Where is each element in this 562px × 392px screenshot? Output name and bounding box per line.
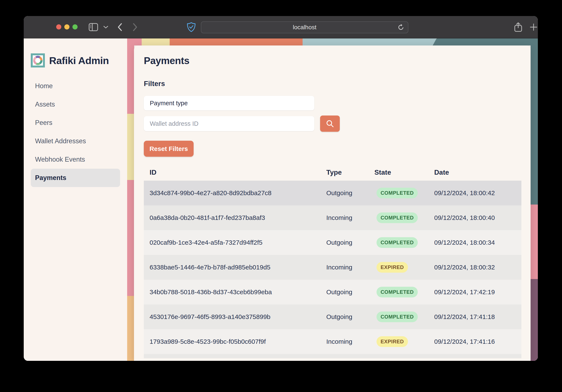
sidebar-item-assets[interactable]: Assets	[31, 95, 120, 113]
cell-date: 09/12/2024, 18:00:34	[434, 239, 521, 246]
status-badge: EXPIRED	[376, 262, 408, 273]
cell-id: 1793a989-5c8e-4523-99bc-f05b0c607f9f	[150, 338, 326, 345]
share-glyph	[514, 22, 522, 32]
table-header-row: ID Type State Date	[144, 164, 521, 181]
payments-table: ID Type State Date 3d34c874-99b0-4e27-a8…	[144, 164, 521, 358]
browser-toolbar: localhost	[24, 16, 538, 38]
cell-state: COMPLETED	[375, 312, 434, 322]
filters-title: Filters	[144, 80, 521, 88]
status-badge: EXPIRED	[376, 336, 408, 347]
cell-type: Incoming	[326, 264, 375, 271]
sidebar-item-label: Assets	[35, 101, 55, 108]
header-date: Date	[434, 168, 521, 176]
sidebar-nav: Home Assets Peers Wallet Addresses Webho…	[24, 77, 127, 187]
cell-state: COMPLETED	[375, 237, 434, 248]
page-title: Payments	[144, 55, 521, 67]
status-badge: COMPLETED	[376, 213, 418, 223]
status-badge: COMPLETED	[376, 287, 418, 297]
wallet-address-input[interactable]	[144, 116, 314, 131]
minimize-window-button[interactable]	[64, 24, 70, 29]
address-bar[interactable]: localhost	[201, 21, 408, 33]
wallet-search-row	[144, 115, 521, 132]
cell-type: Outgoing	[326, 189, 375, 197]
cell-id: 3d34c874-99b0-4e27-a820-8d92bdba27c8	[150, 189, 326, 197]
cell-type: Outgoing	[326, 313, 375, 321]
shield-glyph	[187, 22, 196, 32]
sidebar-item-label: Webhook Events	[35, 156, 85, 163]
reset-filters-button[interactable]: Reset Filters	[144, 141, 194, 157]
cell-id: 34b0b788-5018-436b-8d37-43ceb6b99eba	[150, 289, 326, 296]
cell-type: Incoming	[326, 338, 375, 345]
table-row[interactable]: 0a6a38da-0b20-481f-a1f7-fed237ba8af3 Inc…	[144, 205, 521, 230]
sidebar-item-home[interactable]: Home	[31, 77, 120, 95]
header-type: Type	[326, 168, 375, 176]
table-row[interactable]: 34b0b788-5018-436b-8d37-43ceb6b99eba Out…	[144, 280, 521, 304]
header-id: ID	[150, 168, 326, 176]
table-row[interactable]: 4530176e-9697-46f5-8993-a140e375899b Out…	[144, 304, 521, 329]
back-button[interactable]	[117, 23, 122, 31]
chevron-right-glyph	[132, 23, 138, 31]
cell-type: Incoming	[326, 214, 375, 221]
brand-name: Rafiki Admin	[49, 55, 109, 67]
sidebar-item-payments[interactable]: Payments	[31, 169, 120, 187]
cell-state: COMPLETED	[375, 287, 434, 297]
table-row[interactable]: 020caf9b-1ce3-42e4-a5fa-7327d94ff2f5 Out…	[144, 230, 521, 255]
sidebar: Rafiki Admin Home Assets Peers Wallet Ad…	[24, 38, 127, 361]
table-row[interactable]: 3d34c874-99b0-4e27-a820-8d92bdba27c8 Out…	[144, 181, 521, 205]
forward-button[interactable]	[132, 23, 138, 31]
cell-date: 09/12/2024, 18:00:32	[434, 264, 521, 271]
table-row[interactable]: 6338bae5-1446-4e7b-b78f-ad985eb019d5 Inc…	[144, 255, 521, 280]
cell-state: COMPLETED	[375, 188, 434, 198]
status-badge: COMPLETED	[376, 188, 418, 198]
refresh-icon[interactable]	[397, 24, 405, 31]
table-row[interactable]: 1793a989-5c8e-4523-99bc-f05b0c607f9f Inc…	[144, 329, 521, 354]
sidebar-item-wallet-addresses[interactable]: Wallet Addresses	[31, 132, 120, 150]
chevron-left-glyph	[117, 23, 122, 31]
cell-type: Outgoing	[326, 239, 375, 246]
cell-date: 09/12/2024, 17:41:18	[434, 313, 521, 321]
sidebar-item-label: Wallet Addresses	[35, 137, 86, 145]
new-tab-button[interactable]	[530, 23, 538, 31]
cell-id: 6338bae5-1446-4e7b-b78f-ad985eb019d5	[150, 264, 326, 271]
status-badge: COMPLETED	[376, 237, 418, 248]
sidebar-item-label: Payments	[35, 174, 66, 182]
payments-card: Payments Filters Payment type Reset Filt…	[134, 45, 531, 361]
refresh-glyph	[397, 24, 405, 31]
address-bar-url: localhost	[293, 24, 316, 31]
cell-id: 020caf9b-1ce3-42e4-a5fa-7327d94ff2f5	[150, 239, 326, 246]
chevron-down-glyph	[104, 26, 108, 29]
sidebar-toggle-icon[interactable]	[89, 23, 98, 31]
cell-id: 0a6a38da-0b20-481f-a1f7-fed237ba8af3	[150, 214, 326, 221]
privacy-shield-icon[interactable]	[187, 22, 196, 32]
plus-glyph	[530, 23, 538, 31]
cell-date: 09/12/2024, 17:41:16	[434, 338, 521, 345]
search-icon	[326, 119, 334, 128]
zoom-window-button[interactable]	[72, 24, 78, 29]
browser-window: localhost	[24, 16, 538, 361]
sidebar-item-peers[interactable]: Peers	[31, 113, 120, 132]
cell-date: 09/12/2024, 18:00:42	[434, 189, 521, 197]
desktop-background: localhost	[0, 0, 562, 392]
status-badge: COMPLETED	[376, 312, 418, 322]
payment-type-value: Payment type	[150, 100, 187, 107]
cell-date: 09/12/2024, 18:00:40	[434, 214, 521, 221]
sidebar-item-webhook-events[interactable]: Webhook Events	[31, 150, 120, 169]
sidebar-menu-chevron-down-icon[interactable]	[104, 26, 108, 29]
close-window-button[interactable]	[56, 24, 61, 29]
sidebar-item-label: Peers	[35, 119, 52, 127]
cell-date: 09/12/2024, 17:42:19	[434, 289, 521, 296]
payment-type-select[interactable]: Payment type	[144, 96, 314, 110]
rafiki-logo-ring	[33, 56, 43, 65]
sidebar-item-label: Home	[35, 82, 53, 90]
cell-state: EXPIRED	[375, 262, 434, 273]
cell-type: Outgoing	[326, 289, 375, 296]
sidebar-toggle-glyph	[89, 23, 98, 31]
brand[interactable]: Rafiki Admin	[31, 53, 127, 67]
rafiki-logo-icon	[31, 53, 45, 67]
table-row-partial	[144, 354, 521, 358]
table-body: 3d34c874-99b0-4e27-a820-8d92bdba27c8 Out…	[144, 181, 521, 358]
share-button[interactable]	[514, 22, 522, 32]
cell-id: 4530176e-9697-46f5-8993-a140e375899b	[150, 313, 326, 321]
cell-state: EXPIRED	[375, 336, 434, 347]
search-button[interactable]	[320, 115, 340, 132]
